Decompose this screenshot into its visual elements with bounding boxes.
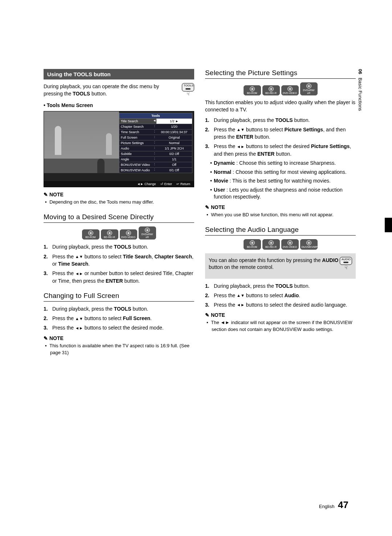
disc-badges: ◉BD-ROM◉BD-RE/-R◉DVD-VIDEO◉DVD±RW/±R — [44, 226, 194, 240]
tools-row: BONUSVIEW Video:Off — [119, 162, 192, 168]
picture-option: Movie : This is the best setting for wat… — [210, 177, 356, 185]
steps-picture: During playback, press the TOOLS button.… — [205, 116, 356, 157]
hand-icon: ☟ — [340, 264, 352, 271]
step-item: Press the ▲▼ buttons to select Title Sea… — [44, 253, 194, 268]
tools-remote-button-icon: TOOLS ☟ — [182, 83, 194, 97]
note-item: This function is available when the TV a… — [50, 343, 194, 356]
tools-row: Subtitle:0/2 Off — [119, 151, 192, 157]
picture-option: Normal : Choose this setting for most vi… — [210, 169, 356, 176]
step-item: During playback, press the TOOLS button. — [205, 282, 356, 290]
note-label: NOTE — [44, 192, 194, 197]
section-full-screen: Changing to Full Screen — [44, 292, 194, 302]
disc-badges: ◉BD-ROM◉BD-RE/-R◉DVD-VIDEO◉DVD±RW/±R — [205, 82, 356, 95]
note-item: Depending on the disc, the Tools menu ma… — [50, 199, 194, 206]
steps-full-screen: During playback, press the TOOLS button.… — [44, 305, 194, 332]
chapter-number: 06 — [358, 69, 363, 74]
tools-osd-footer: ◄► Change ⏎ Enter ↩ Return — [44, 181, 194, 187]
picture-options: Dynamic : Choose this setting to increas… — [205, 160, 356, 201]
steps-audio: During playback, press the TOOLS button.… — [205, 282, 356, 309]
step-item: Press the ▲▼ buttons to select Full Scre… — [44, 315, 194, 322]
page-footer: English 47 — [319, 499, 348, 511]
header-using-tools: Using the TOOLS button — [44, 69, 194, 79]
step-item: Press the ▲▼ buttons to select Audio. — [205, 292, 356, 299]
note-list: The ◄► indicator will not appear on the … — [205, 319, 356, 333]
tools-row: BONUSVIEW Audio:0/1 Off — [119, 168, 192, 173]
section-picture-settings: Selecting the Picture Settings — [205, 69, 356, 79]
step-item: During playback, press the TOOLS button. — [44, 305, 194, 312]
tools-row: Picture Settings:Normal — [119, 140, 192, 146]
note-item: The ◄► indicator will not appear on the … — [212, 319, 356, 333]
disc-badges: ◉BD-ROM◉BD-RE/-R◉DVD-VIDEO◉DivX/MKV/MP4 — [205, 239, 356, 250]
playback-image — [44, 111, 119, 173]
page-number: 47 — [338, 499, 348, 510]
note-list: This function is available when the TV a… — [44, 343, 194, 356]
tools-row: Audio:1/1 JPN 2CH — [119, 146, 192, 151]
step-item: Press the ◄► buttons to select the desir… — [44, 324, 194, 331]
step-item: Press the ◄► or number button to select … — [44, 270, 194, 285]
hand-icon: ☟ — [182, 91, 194, 97]
audio-tip-box: You can also operate this function by pr… — [205, 253, 356, 279]
disc-badge: ◉DivX/MKV/MP4 — [300, 239, 318, 250]
tools-row: Angle:1/1 — [119, 157, 192, 162]
disc-badge: ◉DVD-VIDEO — [281, 239, 299, 250]
step-item: Press the ▲▼ buttons to select Picture S… — [205, 126, 356, 141]
right-column: Selecting the Picture Settings ◉BD-ROM◉B… — [205, 69, 356, 356]
section-audio-language: Selecting the Audio Language — [205, 226, 356, 236]
intro-text: During playback, you can operate the dis… — [44, 83, 179, 97]
note-list: Depending on the disc, the Tools menu ma… — [44, 199, 194, 206]
disc-badge: ◉BD-ROM — [244, 85, 261, 96]
disc-badge: ◉DVD±RW/±R — [139, 226, 156, 240]
disc-badge: ◉BD-ROM — [82, 229, 99, 240]
audio-remote-button-icon: AUDIO ☟ — [340, 257, 352, 271]
disc-badge: ◉DVD-VIDEO — [281, 85, 299, 96]
step-item: Press the ◄► buttons to select the desir… — [205, 301, 356, 308]
note-label: NOTE — [205, 312, 356, 318]
picture-option: Dynamic : Choose this setting to increas… — [210, 160, 356, 167]
disc-badge: ◉BD-RE/-R — [101, 229, 118, 240]
disc-badge: ◉DVD-VIDEO — [120, 229, 137, 240]
step-item: During playback, press the TOOLS button. — [44, 243, 194, 250]
tools-row: Title Search◄1/2 ► — [119, 119, 192, 124]
tools-row: Chapter Search:1/20 — [119, 124, 192, 130]
thumb-tab — [385, 218, 392, 232]
tools-menu-screen-label: Tools Menu Screen — [44, 102, 194, 108]
step-item: During playback, press the TOOLS button. — [205, 116, 356, 124]
picture-intro: This function enables you to adjust vide… — [205, 99, 356, 113]
note-label: NOTE — [205, 204, 356, 210]
left-column: Using the TOOLS button During playback, … — [44, 69, 194, 356]
side-tab: 06 Basic Functions — [358, 69, 363, 111]
disc-badge: ◉BD-RE/-R — [262, 85, 280, 96]
step-item: Press the ◄► buttons to select the desir… — [205, 143, 356, 157]
tools-row: Time Search:00:00:13/01:34:37 — [119, 130, 192, 135]
note-list: When you use BD wise function, this menu… — [205, 212, 356, 218]
steps-moving-scene: During playback, press the TOOLS button.… — [44, 243, 194, 284]
disc-badge: ◉BD-ROM — [244, 239, 261, 250]
tools-row: Full Screen:Original — [119, 135, 192, 140]
section-moving-scene: Moving to a Desired Scene Directly — [44, 213, 194, 223]
tools-menu-screenshot: Tools Title Search◄1/2 ►Chapter Search:1… — [44, 111, 194, 187]
picture-option: User : Lets you adjust the sharpness and… — [210, 187, 356, 201]
disc-badge: ◉BD-RE/-R — [262, 239, 280, 250]
chapter-label: Basic Functions — [358, 78, 363, 111]
tools-osd-title: Tools — [119, 113, 192, 119]
note-label: NOTE — [44, 335, 194, 341]
disc-badge: ◉DVD±RW/±R — [300, 82, 318, 95]
tools-osd-menu: Tools Title Search◄1/2 ►Chapter Search:1… — [119, 113, 192, 173]
note-item: When you use BD wise function, this menu… — [212, 212, 356, 218]
